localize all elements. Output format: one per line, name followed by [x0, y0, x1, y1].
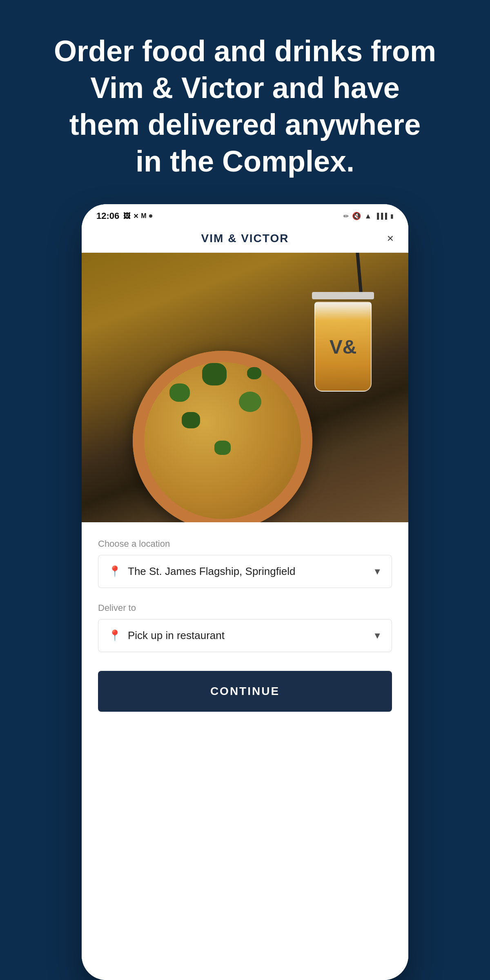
- pizza-topping-6: [247, 367, 261, 379]
- form-area: Choose a location 📍 The St. James Flagsh…: [82, 522, 408, 980]
- pizza-topping-1: [202, 363, 227, 385]
- app-title: VIM & VICTOR: [201, 232, 289, 245]
- hero-heading: Order food and drinks from Vim & Victor …: [20, 0, 470, 204]
- wifi-status-icon: ▲: [364, 212, 372, 220]
- battery-status-icon: ▮: [390, 213, 394, 219]
- pizza-topping-5: [214, 441, 231, 455]
- food-image: V&: [82, 253, 408, 522]
- pizza-topping-3: [182, 412, 200, 428]
- deliver-value: Pick up in restaurant: [128, 629, 225, 642]
- close-button[interactable]: ×: [387, 232, 394, 245]
- deliver-selector[interactable]: 📍 Pick up in restaurant ▼: [98, 619, 392, 652]
- mail-status-icon: M: [141, 212, 146, 220]
- location-value: The St. James Flagship, Springfield: [128, 565, 295, 578]
- phone-mockup: 12:06 🖼 ✕ M ✏ 🔇 ▲ ▐▐▐ ▮ VIM & VICTOR ×: [82, 204, 408, 980]
- pizza-topping-4: [239, 392, 261, 412]
- location-pin-icon: 📍: [108, 565, 121, 578]
- app-header: VIM & VICTOR ×: [82, 225, 408, 253]
- deliver-pin-icon: 📍: [108, 629, 121, 642]
- x-status-icon: ✕: [133, 212, 138, 220]
- status-bar: 12:06 🖼 ✕ M ✏ 🔇 ▲ ▐▐▐ ▮: [82, 204, 408, 225]
- deliver-label: Deliver to: [98, 603, 392, 613]
- signal-status-icon: ▐▐▐: [375, 213, 387, 219]
- status-time: 12:06: [96, 211, 119, 221]
- pizza-visual: [133, 326, 337, 522]
- location-selector[interactable]: 📍 The St. James Flagship, Springfield ▼: [98, 555, 392, 588]
- straw-decoration: [354, 253, 363, 294]
- pencil-status-icon: ✏: [343, 212, 349, 220]
- location-label: Choose a location: [98, 539, 392, 549]
- chevron-down-icon: ▼: [373, 566, 382, 577]
- pizza-topping-2: [169, 383, 190, 402]
- image-status-icon: 🖼: [123, 212, 131, 220]
- mute-status-icon: 🔇: [352, 212, 361, 220]
- cup-lid: [312, 292, 374, 299]
- continue-button[interactable]: CONTINUE: [98, 671, 392, 712]
- dot-status-icon: [149, 214, 152, 218]
- deliver-chevron-icon: ▼: [373, 630, 382, 641]
